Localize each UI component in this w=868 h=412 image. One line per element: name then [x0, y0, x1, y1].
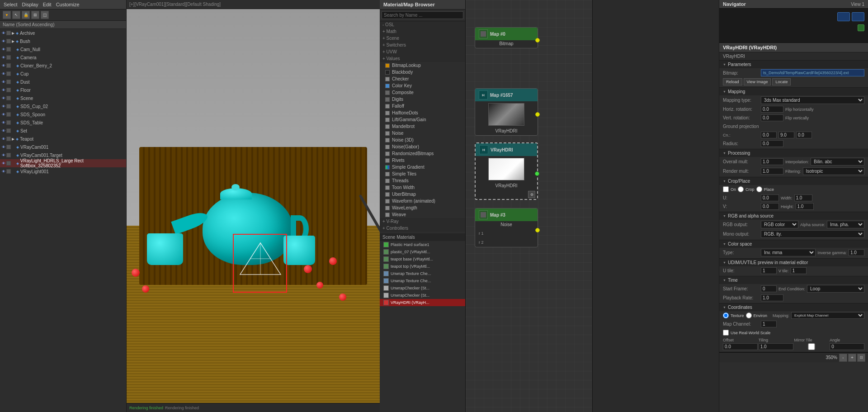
vray-v-input[interactable] — [761, 203, 779, 210]
scene-mat-teapot-top[interactable]: teapot top (VRayMtl... — [380, 263, 465, 270]
scene-item-scene[interactable]: 👁◈Scene — [0, 94, 126, 102]
search-input[interactable] — [382, 11, 463, 19]
vray-real-world-checkbox[interactable] — [723, 330, 729, 336]
vis-box[interactable] — [6, 88, 11, 92]
vis-box[interactable] — [6, 169, 11, 174]
vray-reload-btn[interactable]: Reload — [723, 78, 742, 85]
scene-mat-unwrap2[interactable]: Unwrap Texture Che... — [380, 277, 465, 284]
mat-section-vray[interactable]: + V-Ray — [380, 218, 465, 225]
vis-box[interactable] — [6, 31, 11, 35]
vis-box[interactable] — [6, 80, 11, 84]
vray-locate-btn[interactable]: Locate — [772, 78, 791, 85]
select-icon[interactable]: ↖ — [12, 11, 20, 19]
vis-box[interactable] — [6, 71, 11, 76]
scene-item-sds-table[interactable]: 👁◈SDS_Table — [0, 118, 126, 127]
vis-box[interactable] — [6, 55, 11, 60]
mat-item-randomized-bitmaps[interactable]: RandomizedBitmaps — [380, 150, 465, 157]
scene-item-cam-null[interactable]: 👁◈Cam_Null — [0, 45, 126, 53]
node-map1657[interactable]: H Map #1657 VRayHDRI — [475, 88, 538, 136]
select-menu[interactable]: Select — [4, 2, 18, 7]
vis-box[interactable] — [6, 137, 11, 141]
vray-coordinates-title[interactable]: Coordinates — [719, 303, 868, 311]
expand-arrow[interactable]: ▶ — [12, 137, 14, 141]
vray-u-offset-input[interactable] — [723, 343, 758, 350]
scene-item-vraycam001[interactable]: 👁◈VRayCam001 — [0, 143, 126, 151]
display-icon[interactable]: ◫ — [41, 11, 49, 19]
vray-height-input[interactable] — [796, 203, 814, 210]
mat-item-simple-gradient[interactable]: Simple Gradient — [380, 164, 465, 170]
scene-mat-teapot-base[interactable]: teapot base (VRayMtl... — [380, 256, 465, 263]
scene-item-archive[interactable]: 👁▶◈Archive — [0, 29, 126, 37]
vray-vert-rotation-input[interactable] — [761, 114, 783, 121]
vray-colorspace-title[interactable]: Color space — [719, 240, 868, 248]
vis-box[interactable] — [6, 145, 11, 149]
vis-eye[interactable]: 👁 — [2, 104, 5, 109]
vis-eye[interactable]: 👁 — [2, 113, 5, 117]
vis-box[interactable] — [6, 96, 11, 100]
vray-filtering-select[interactable]: Isotropic — [803, 167, 864, 175]
scene-item-sds-cup-02[interactable]: 👁◈SDS_Cup_02 — [0, 102, 126, 110]
node-editor[interactable]: Map #0 Bitmap teapot top VRayMtl — [466, 0, 592, 412]
vray-colorspace-type-select[interactable]: Inv. mma — [761, 249, 816, 256]
mat-section-osl[interactable]: - OSL — [380, 21, 465, 28]
scene-item-teapot[interactable]: 👁▶◈Teapot — [0, 135, 126, 143]
scene-mat-unwrap-checker2[interactable]: UnwrapChecker (St... — [380, 292, 465, 299]
snap-icon[interactable]: ⊞ — [31, 11, 39, 19]
scene-mat-unwrap-checker1[interactable]: UnwrapChecker (St... — [380, 284, 465, 292]
mat-item-noise-gabor[interactable]: Noise(Gabor) — [380, 143, 465, 150]
edit-menu[interactable]: Edit — [43, 2, 52, 7]
scene-item-dust[interactable]: 👁◈Dust — [0, 78, 126, 86]
vis-eye[interactable]: 👁 — [2, 72, 5, 76]
vis-box[interactable] — [6, 128, 11, 133]
vray-render-mult-input[interactable] — [761, 168, 783, 175]
vray-processing-title[interactable]: Processing — [719, 149, 868, 157]
mat-item-halftone-dots[interactable]: HalftoneDots — [380, 109, 465, 116]
vray-udim-title[interactable]: UDIM/UVTILE preview in material editor — [719, 259, 868, 266]
vray-map-channel-input[interactable] — [761, 321, 777, 327]
vray-place-radio[interactable] — [756, 186, 762, 192]
vray-playback-rate-input[interactable] — [761, 294, 783, 301]
node-map3-output[interactable] — [535, 228, 540, 232]
vray-cx-input[interactable] — [761, 132, 777, 138]
vis-eye[interactable]: 👁 — [2, 145, 5, 149]
scene-list[interactable]: 👁▶◈Archive👁▶◈Bush👁◈Cam_Null👁◈Camera👁◈Clo… — [0, 29, 126, 412]
mat-item-composite[interactable]: Composite — [380, 89, 465, 96]
scene-item-set[interactable]: 👁◈Set — [0, 127, 126, 135]
mat-item-color-key[interactable]: Color Key — [380, 82, 465, 89]
vray-inv-gamma-input[interactable] — [849, 249, 864, 256]
vis-eye[interactable]: 👁 — [2, 137, 5, 141]
vray-overall-mult-input[interactable] — [761, 158, 783, 165]
vray-mono-select[interactable]: RGB. ity. — [761, 230, 864, 238]
node-map1657-output[interactable] — [535, 112, 540, 117]
mat-item-weave[interactable]: Weave — [380, 211, 465, 218]
node-map3[interactable]: Map #3 Noise r 1 r 2 — [475, 208, 538, 247]
mat-item-bitmap-lookup[interactable]: BitmapLookup — [380, 62, 465, 69]
mat-item-falloff[interactable]: Falloff — [380, 103, 465, 109]
node-vrayhdri[interactable]: H VRayHDRI VRayHDRI ⚙ — [475, 142, 538, 200]
scene-item-bush[interactable]: 👁▶◈Bush — [0, 37, 126, 45]
mat-section-switchers[interactable]: + Switchers — [380, 42, 465, 48]
vis-box[interactable] — [6, 39, 11, 43]
mat-item-simple-tiles[interactable]: Simple Tiles — [380, 170, 465, 177]
vray-rgb-title[interactable]: RGB and alpha source — [719, 212, 868, 220]
vray-interpolation-select[interactable]: Bilin. abc — [811, 158, 864, 166]
vray-parameters-title[interactable]: Parameters — [719, 61, 868, 68]
mat-item-checker[interactable]: Checker — [380, 76, 465, 82]
vray-u-mirror-checkbox[interactable] — [794, 343, 829, 350]
vis-box[interactable] — [6, 153, 11, 157]
vray-bitmap-field[interactable]: ts_Demo/td/TempRawCardFile[43560223/4].e… — [761, 69, 864, 76]
scene-item-cloner-berry-2[interactable]: 👁◈Cloner_Berry_2 — [0, 62, 126, 70]
customize-menu[interactable]: Customize — [56, 2, 80, 7]
vis-eye[interactable]: 👁 — [2, 129, 5, 133]
vis-box[interactable] — [6, 47, 11, 52]
vray-u-tile-input[interactable] — [761, 267, 777, 274]
vray-coord-mapping-select[interactable]: Explicit Map Channel — [791, 312, 864, 319]
vray-start-frame-input[interactable] — [761, 285, 777, 292]
vray-crop-radio[interactable] — [738, 186, 744, 192]
scene-mat-vrayhdri[interactable]: VRayHDRI (VRayH... — [380, 299, 465, 306]
scene-item-floor[interactable]: 👁◈Floor — [0, 86, 126, 94]
mat-section-math[interactable]: + Math — [380, 28, 465, 35]
vray-u-input[interactable] — [761, 194, 779, 201]
scene-mat-plastic-hard[interactable]: Plastic Hard surface1 — [380, 241, 465, 248]
lock-icon[interactable]: 🔒 — [22, 11, 30, 19]
